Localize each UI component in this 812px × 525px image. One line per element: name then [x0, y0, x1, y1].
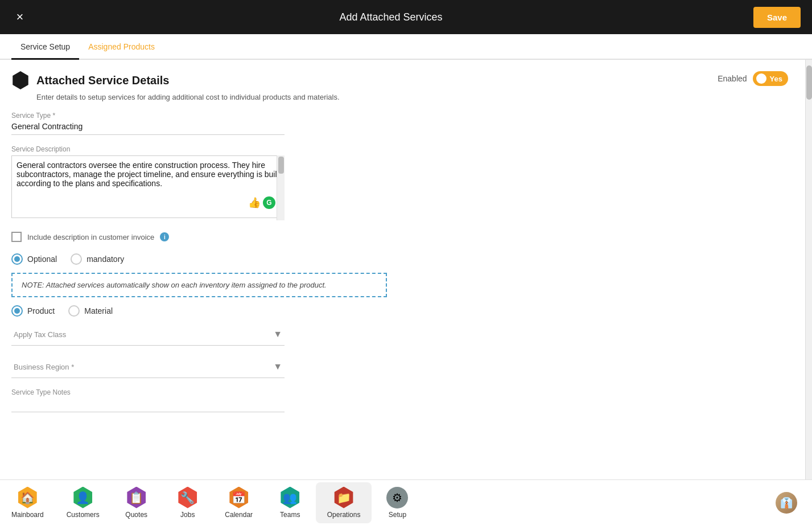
enabled-label: Enabled [718, 74, 747, 83]
business-region-dropdown[interactable]: Business Region * ▼ [11, 356, 285, 378]
note-text: NOTE: Attached services automatically sh… [22, 281, 327, 289]
section-header: Attached Service Details Enabled Yes [11, 71, 788, 89]
business-region-label: Business Region * [14, 363, 74, 371]
toggle-label: Yes [770, 75, 782, 83]
textarea-scrollbar-thumb [278, 157, 284, 174]
mainboard-icon: 🏠 [17, 487, 38, 508]
mandatory-radio-circle [71, 253, 82, 265]
service-type-notes-field: Service Type Notes [11, 388, 788, 412]
optional-radio-circle [11, 253, 23, 265]
enabled-toggle[interactable]: Yes [753, 71, 788, 86]
nav-item-avatar[interactable]: 👔 [761, 487, 812, 518]
note-box: NOTE: Attached services automatically sh… [11, 273, 387, 297]
material-label: Material [84, 306, 113, 315]
quotes-icon: 📋 [126, 487, 147, 508]
close-button[interactable]: × [11, 10, 28, 24]
tab-service-setup[interactable]: Service Setup [11, 34, 79, 60]
nav-item-jobs[interactable]: 🔧 Jobs [162, 482, 213, 523]
service-description-label: Service Description [11, 145, 788, 153]
nav-item-teams[interactable]: 👥 Teams [265, 482, 316, 523]
jobs-label: Jobs [180, 511, 195, 519]
quotes-label: Quotes [125, 511, 147, 519]
main-content: Attached Service Details Enabled Yes Ent… [0, 60, 805, 479]
textarea-wrapper: General contractors oversee the entire c… [11, 155, 285, 220]
apply-tax-class-label: Apply Tax Class [14, 330, 66, 339]
nav-item-quotes[interactable]: 📋 Quotes [111, 482, 162, 523]
section-title: Attached Service Details [36, 74, 169, 87]
header: × Add Attached Services Save [0, 0, 812, 34]
save-button[interactable]: Save [753, 7, 801, 28]
calendar-icon: 📅 [228, 487, 250, 508]
service-type-value[interactable]: General Contracting [11, 122, 285, 135]
mandatory-label: mandatory [86, 255, 124, 264]
teams-label: Teams [280, 511, 300, 519]
operations-icon: 📁 [333, 487, 355, 508]
apply-tax-class-arrow: ▼ [273, 329, 282, 339]
thumbs-up-icon: 👍 [248, 196, 261, 209]
nav-item-customers[interactable]: 👤 Customers [55, 482, 111, 523]
bottom-nav: 🏠 Mainboard 👤 Customers 📋 Quotes 🔧 Jobs … [0, 479, 812, 525]
customers-icon: 👤 [72, 487, 94, 508]
nav-item-operations[interactable]: 📁 Operations [316, 482, 372, 523]
product-label: Product [27, 306, 55, 315]
material-radio-circle [68, 305, 80, 317]
title-group: Attached Service Details [11, 71, 169, 89]
tab-assigned-products[interactable]: Assigned Products [79, 34, 164, 60]
product-radio[interactable]: Product [11, 305, 55, 317]
page-scrollbar[interactable] [805, 60, 812, 479]
service-type-notes-value[interactable] [11, 399, 285, 412]
info-icon[interactable]: i [160, 232, 169, 241]
service-description-field: Service Description General contractors … [11, 145, 788, 220]
grammarly-icon: G [263, 196, 275, 209]
include-description-checkbox[interactable] [11, 232, 22, 242]
setup-icon: ⚙ [386, 487, 408, 508]
service-type-notes-label: Service Type Notes [11, 388, 788, 396]
customers-label: Customers [67, 511, 100, 519]
nav-item-calendar[interactable]: 📅 Calendar [213, 482, 265, 523]
service-type-label: Service Type * [11, 112, 788, 120]
material-radio[interactable]: Material [68, 305, 113, 317]
textarea-tools: 👍 G [248, 196, 275, 209]
mainboard-label: Mainboard [11, 511, 44, 519]
tabs-bar: Service Setup Assigned Products [0, 34, 812, 60]
calendar-label: Calendar [225, 511, 253, 519]
include-description-row: Include description in customer invoice … [11, 232, 788, 242]
product-material-group: Product Material [11, 305, 788, 317]
product-radio-circle [11, 305, 23, 317]
apply-tax-class-dropdown[interactable]: Apply Tax Class ▼ [11, 323, 285, 346]
setup-label: Setup [389, 511, 406, 519]
toggle-circle [756, 73, 766, 84]
enabled-toggle-group: Enabled Yes [718, 71, 788, 86]
section-subtitle: Enter details to setup services for addi… [36, 93, 788, 101]
nav-item-mainboard[interactable]: 🏠 Mainboard [0, 482, 55, 523]
scrollbar-thumb [806, 65, 812, 100]
optional-mandatory-group: Optional mandatory [11, 253, 788, 265]
mandatory-radio[interactable]: mandatory [71, 253, 124, 265]
nav-item-setup[interactable]: ⚙ Setup [372, 482, 423, 523]
user-avatar: 👔 [776, 492, 797, 514]
business-region-arrow: ▼ [273, 362, 282, 372]
avatar-image: 👔 [776, 492, 797, 514]
optional-radio[interactable]: Optional [11, 253, 57, 265]
include-description-label: Include description in customer invoice [27, 233, 154, 241]
operations-label: Operations [327, 511, 361, 519]
service-description-textarea[interactable]: General contractors oversee the entire c… [11, 155, 285, 218]
teams-icon: 👥 [279, 487, 301, 508]
service-type-field: Service Type * General Contracting [11, 112, 788, 135]
optional-label: Optional [27, 255, 57, 264]
hexagon-icon [11, 71, 30, 89]
page-title: Add Attached Services [28, 11, 753, 23]
textarea-scrollbar [277, 155, 285, 220]
jobs-icon: 🔧 [177, 487, 199, 508]
